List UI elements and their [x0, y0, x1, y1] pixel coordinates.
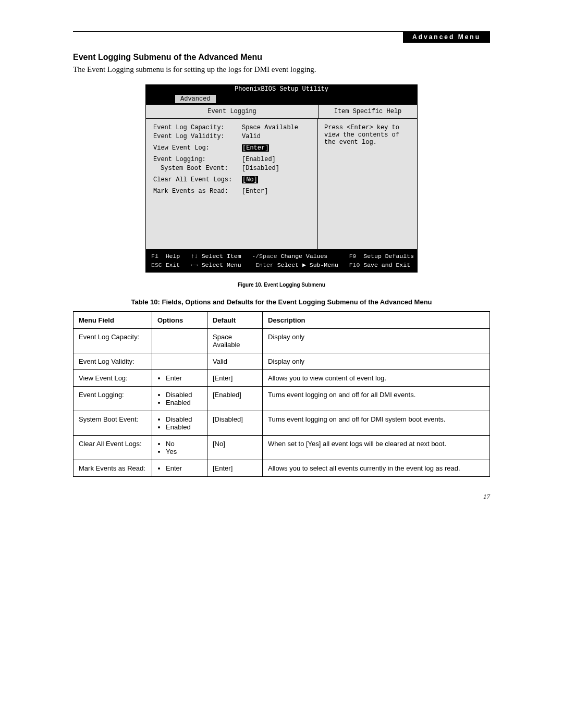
cell-menu-field: Clear All Event Logs: — [74, 435, 152, 460]
bios-panel-title: Event Logging — [146, 105, 319, 118]
bios-title: PhoenixBIOS Setup Utility — [146, 85, 417, 94]
option-item: Enter — [166, 374, 202, 382]
figure-caption: Figure 10. Event Logging Submenu — [73, 282, 490, 288]
bios-row-value: [Enter] — [242, 144, 269, 152]
bios-row-label: View Event Log: — [153, 144, 242, 152]
cell-menu-field: Event Logging: — [74, 386, 152, 411]
bios-row-value: [No] — [242, 176, 258, 183]
bios-row-value: [Enter] — [242, 188, 268, 195]
bios-row-value: Space Available — [242, 124, 298, 131]
fields-table: Menu Field Options Default Description E… — [73, 311, 490, 477]
bios-row: Clear All Event Logs:[No] — [153, 176, 313, 183]
key-arrows-v: ↑↓ — [191, 253, 198, 260]
key-arrows-h: ←→ — [191, 262, 198, 268]
page-number: 17 — [73, 492, 490, 501]
key-esc: ESC — [151, 262, 162, 268]
bios-row-label: Event Log Capacity: — [153, 124, 242, 131]
bios-row: Event Log Capacity:Space Available — [153, 124, 313, 131]
header-tab: Advanced Menu — [403, 31, 490, 43]
cell-menu-field: Event Log Validity: — [74, 353, 152, 369]
lbl-change-values: Change Values — [281, 253, 328, 260]
bios-help-title: Item Specific Help — [319, 105, 417, 118]
cell-options: Enter — [152, 369, 207, 386]
cell-description: Display only — [263, 353, 490, 369]
option-item: Yes — [166, 448, 202, 455]
lbl-select-item: Select Item — [202, 253, 241, 260]
lbl-help: Help — [166, 253, 180, 260]
section-intro: The Event Logging submenu is for setting… — [73, 65, 490, 74]
cell-description: Display only — [263, 328, 490, 353]
key-f10: F10 — [349, 262, 360, 268]
bios-row-label: System Boot Event: — [153, 165, 242, 172]
lbl-defaults: Setup Defaults — [363, 253, 414, 260]
table-row: View Event Log:Enter[Enter]Allows you to… — [74, 369, 490, 386]
cell-default: [Enter] — [207, 460, 263, 476]
table-caption: Table 10: Fields, Options and Defaults f… — [73, 298, 490, 306]
cell-options — [152, 328, 207, 353]
cell-options: Enter — [152, 460, 207, 476]
cell-description: Allows you to view content of event log. — [263, 369, 490, 386]
option-item: Disabled — [166, 391, 202, 399]
lbl-select-menu: Select Menu — [202, 262, 241, 268]
bios-tab-advanced: Advanced — [175, 94, 216, 103]
bios-row-label: Clear All Event Logs: — [153, 176, 242, 183]
cell-description: Turns event logging on and off for DMI s… — [263, 411, 490, 435]
cell-default: Valid — [207, 353, 263, 369]
lbl-exit: Exit — [166, 262, 180, 268]
bios-row-value: Valid — [242, 133, 261, 140]
option-item: Enabled — [166, 399, 202, 406]
cell-default: Space Available — [207, 328, 263, 353]
cell-options — [152, 353, 207, 369]
option-item: Enter — [166, 464, 202, 472]
page: Advanced Menu Event Logging Submenu of t… — [0, 0, 563, 522]
key-f1: F1 — [151, 253, 158, 260]
bios-row: System Boot Event:[Disabled] — [153, 165, 313, 172]
cell-options: DisabledEnabled — [152, 411, 207, 435]
table-row: Clear All Event Logs:NoYes[No]When set t… — [74, 435, 490, 460]
cell-default: [Disabled] — [207, 411, 263, 435]
bios-tab-bar: Advanced — [146, 94, 417, 105]
table-row: Event Log Validity:ValidDisplay only — [74, 353, 490, 369]
cell-default: [No] — [207, 435, 263, 460]
option-item: Enabled — [166, 423, 202, 431]
cell-menu-field: System Boot Event: — [74, 411, 152, 435]
lbl-submenu: Select ▶ Sub-Menu — [277, 262, 338, 268]
content-area: Advanced Menu Event Logging Submenu of t… — [73, 31, 490, 501]
lbl-save: Save and Exit — [363, 262, 410, 268]
bios-row: Mark Events as Read:[Enter] — [153, 188, 313, 195]
cell-default: [Enter] — [207, 369, 263, 386]
key-f9: F9 — [349, 253, 357, 260]
cell-options: DisabledEnabled — [152, 386, 207, 411]
bios-row-value: [Enabled] — [242, 156, 276, 163]
key-minus-space: -/Space — [252, 253, 277, 260]
bios-row-label: Event Logging: — [153, 156, 242, 163]
table-row: Event Log Capacity:Space AvailableDispla… — [74, 328, 490, 353]
bios-row-value: [Disabled] — [242, 165, 279, 172]
bios-row: Event Log Validity:Valid — [153, 133, 313, 140]
cell-menu-field: Event Log Capacity: — [74, 328, 152, 353]
cell-options: NoYes — [152, 435, 207, 460]
th-options: Options — [152, 312, 207, 329]
bios-body: Event Log Capacity:Space AvailableEvent … — [146, 119, 417, 249]
table-row: Event Logging:DisabledEnabled[Enabled]Tu… — [74, 386, 490, 411]
header-rule: Advanced Menu — [73, 31, 490, 32]
cell-menu-field: View Event Log: — [74, 369, 152, 386]
cell-description: When set to [Yes] all event logs will be… — [263, 435, 490, 460]
option-item: Disabled — [166, 415, 202, 423]
key-enter: Enter — [255, 262, 274, 268]
bios-row: Event Logging:[Enabled] — [153, 156, 313, 163]
bios-row-label: Mark Events as Read: — [153, 188, 242, 195]
th-default: Default — [207, 312, 263, 329]
bios-left-panel: Event Log Capacity:Space AvailableEvent … — [146, 119, 318, 249]
cell-menu-field: Mark Events as Read: — [74, 460, 152, 476]
option-item: No — [166, 440, 202, 448]
section-title: Event Logging Submenu of the Advanced Me… — [73, 53, 490, 62]
bios-footer: F1 Help ↑↓ Select Item -/Space Change Va… — [146, 249, 417, 272]
bios-subheader: Event Logging Item Specific Help — [146, 105, 417, 119]
bios-row: View Event Log:[Enter] — [153, 144, 313, 152]
cell-description: Allows you to select all events currentl… — [263, 460, 490, 476]
bios-row-label: Event Log Validity: — [153, 133, 242, 140]
table-row: Mark Events as Read:Enter[Enter]Allows y… — [74, 460, 490, 476]
cell-description: Turns event logging on and off for all D… — [263, 386, 490, 411]
table-row: System Boot Event:DisabledEnabled[Disabl… — [74, 411, 490, 435]
